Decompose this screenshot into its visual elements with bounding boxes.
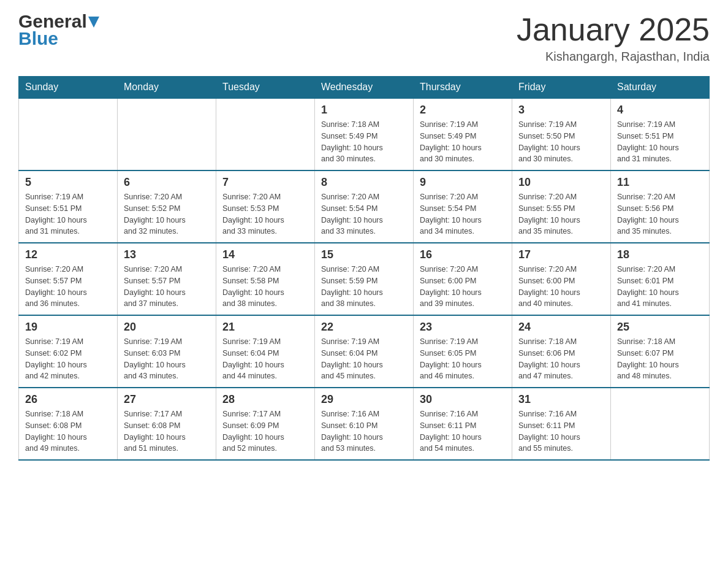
day-info: Sunrise: 7:18 AM Sunset: 6:06 PM Dayligh… <box>518 336 604 382</box>
day-number: 1 <box>321 104 407 117</box>
day-info: Sunrise: 7:19 AM Sunset: 5:50 PM Dayligh… <box>518 119 604 165</box>
day-number: 4 <box>617 104 703 117</box>
calendar-day-header: Monday <box>118 77 216 99</box>
calendar-cell: 15Sunrise: 7:20 AM Sunset: 5:59 PM Dayli… <box>315 243 414 315</box>
location-text: Kishangargh, Rajasthan, India <box>517 50 710 64</box>
day-number: 2 <box>420 104 506 117</box>
calendar-cell: 22Sunrise: 7:19 AM Sunset: 6:04 PM Dayli… <box>315 315 414 388</box>
day-info: Sunrise: 7:20 AM Sunset: 5:59 PM Dayligh… <box>321 264 407 310</box>
day-number: 15 <box>321 248 407 261</box>
calendar-week-row: 1Sunrise: 7:18 AM Sunset: 5:49 PM Daylig… <box>19 98 710 170</box>
day-number: 6 <box>124 176 210 189</box>
day-number: 29 <box>321 393 407 406</box>
calendar-day-header: Wednesday <box>315 77 414 99</box>
day-number: 3 <box>518 104 604 117</box>
day-info: Sunrise: 7:20 AM Sunset: 5:54 PM Dayligh… <box>420 191 506 237</box>
day-info: Sunrise: 7:16 AM Sunset: 6:10 PM Dayligh… <box>321 408 407 454</box>
calendar-day-header: Thursday <box>414 77 512 99</box>
day-info: Sunrise: 7:20 AM Sunset: 5:56 PM Dayligh… <box>617 191 703 237</box>
day-info: Sunrise: 7:18 AM Sunset: 6:07 PM Dayligh… <box>617 336 703 382</box>
logo-blue-text: Blue <box>18 28 58 49</box>
calendar-cell: 24Sunrise: 7:18 AM Sunset: 6:06 PM Dayli… <box>512 315 611 388</box>
calendar-day-header: Saturday <box>611 77 710 99</box>
calendar-week-row: 19Sunrise: 7:19 AM Sunset: 6:02 PM Dayli… <box>19 315 710 388</box>
calendar-cell: 10Sunrise: 7:20 AM Sunset: 5:55 PM Dayli… <box>512 170 611 243</box>
day-info: Sunrise: 7:17 AM Sunset: 6:09 PM Dayligh… <box>222 408 308 454</box>
day-number: 23 <box>420 321 506 334</box>
calendar-cell: 5Sunrise: 7:19 AM Sunset: 5:51 PM Daylig… <box>19 170 118 243</box>
logo: General Blue <box>18 12 99 49</box>
calendar-cell: 30Sunrise: 7:16 AM Sunset: 6:11 PM Dayli… <box>414 388 512 460</box>
calendar-day-header: Tuesday <box>216 77 315 99</box>
day-number: 24 <box>518 321 604 334</box>
month-title: January 2025 <box>517 12 710 47</box>
calendar-cell: 2Sunrise: 7:19 AM Sunset: 5:49 PM Daylig… <box>414 98 512 170</box>
calendar-cell: 16Sunrise: 7:20 AM Sunset: 6:00 PM Dayli… <box>414 243 512 315</box>
day-number: 26 <box>25 393 111 406</box>
day-number: 11 <box>617 176 703 189</box>
day-number: 28 <box>222 393 308 406</box>
day-info: Sunrise: 7:18 AM Sunset: 6:08 PM Dayligh… <box>25 408 111 454</box>
day-number: 20 <box>124 321 210 334</box>
day-info: Sunrise: 7:19 AM Sunset: 6:04 PM Dayligh… <box>222 336 308 382</box>
calendar-cell: 8Sunrise: 7:20 AM Sunset: 5:54 PM Daylig… <box>315 170 414 243</box>
calendar-cell: 9Sunrise: 7:20 AM Sunset: 5:54 PM Daylig… <box>414 170 512 243</box>
day-number: 12 <box>25 248 111 261</box>
day-number: 5 <box>25 176 111 189</box>
day-info: Sunrise: 7:20 AM Sunset: 6:00 PM Dayligh… <box>518 264 604 310</box>
day-info: Sunrise: 7:19 AM Sunset: 5:51 PM Dayligh… <box>617 119 703 165</box>
day-info: Sunrise: 7:20 AM Sunset: 5:57 PM Dayligh… <box>124 264 210 310</box>
day-info: Sunrise: 7:19 AM Sunset: 6:02 PM Dayligh… <box>25 336 111 382</box>
calendar-cell: 11Sunrise: 7:20 AM Sunset: 5:56 PM Dayli… <box>611 170 710 243</box>
calendar-cell: 7Sunrise: 7:20 AM Sunset: 5:53 PM Daylig… <box>216 170 315 243</box>
calendar-cell: 29Sunrise: 7:16 AM Sunset: 6:10 PM Dayli… <box>315 388 414 460</box>
day-number: 18 <box>617 248 703 261</box>
calendar-cell <box>611 388 710 460</box>
day-number: 25 <box>617 321 703 334</box>
calendar-week-row: 5Sunrise: 7:19 AM Sunset: 5:51 PM Daylig… <box>19 170 710 243</box>
calendar-cell <box>19 98 118 170</box>
day-info: Sunrise: 7:19 AM Sunset: 6:04 PM Dayligh… <box>321 336 407 382</box>
calendar-cell: 6Sunrise: 7:20 AM Sunset: 5:52 PM Daylig… <box>118 170 216 243</box>
day-info: Sunrise: 7:20 AM Sunset: 6:01 PM Dayligh… <box>617 264 703 310</box>
calendar-cell: 21Sunrise: 7:19 AM Sunset: 6:04 PM Dayli… <box>216 315 315 388</box>
day-info: Sunrise: 7:19 AM Sunset: 5:49 PM Dayligh… <box>420 119 506 165</box>
calendar-cell: 1Sunrise: 7:18 AM Sunset: 5:49 PM Daylig… <box>315 98 414 170</box>
day-number: 31 <box>518 393 604 406</box>
day-info: Sunrise: 7:20 AM Sunset: 5:57 PM Dayligh… <box>25 264 111 310</box>
day-info: Sunrise: 7:19 AM Sunset: 6:03 PM Dayligh… <box>124 336 210 382</box>
day-number: 27 <box>124 393 210 406</box>
calendar-cell: 28Sunrise: 7:17 AM Sunset: 6:09 PM Dayli… <box>216 388 315 460</box>
calendar-cell: 26Sunrise: 7:18 AM Sunset: 6:08 PM Dayli… <box>19 388 118 460</box>
calendar-cell: 12Sunrise: 7:20 AM Sunset: 5:57 PM Dayli… <box>19 243 118 315</box>
day-info: Sunrise: 7:20 AM Sunset: 5:52 PM Dayligh… <box>124 191 210 237</box>
day-number: 14 <box>222 248 308 261</box>
day-info: Sunrise: 7:18 AM Sunset: 5:49 PM Dayligh… <box>321 119 407 165</box>
svg-marker-0 <box>88 17 99 28</box>
day-number: 17 <box>518 248 604 261</box>
calendar-day-header: Sunday <box>19 77 118 99</box>
calendar-cell: 3Sunrise: 7:19 AM Sunset: 5:50 PM Daylig… <box>512 98 611 170</box>
day-number: 21 <box>222 321 308 334</box>
calendar-cell: 19Sunrise: 7:19 AM Sunset: 6:02 PM Dayli… <box>19 315 118 388</box>
calendar-cell: 18Sunrise: 7:20 AM Sunset: 6:01 PM Dayli… <box>611 243 710 315</box>
day-number: 10 <box>518 176 604 189</box>
day-info: Sunrise: 7:20 AM Sunset: 5:54 PM Dayligh… <box>321 191 407 237</box>
page-header: General Blue January 2025 Kishangargh, R… <box>18 12 710 64</box>
calendar-cell: 23Sunrise: 7:19 AM Sunset: 6:05 PM Dayli… <box>414 315 512 388</box>
day-info: Sunrise: 7:20 AM Sunset: 5:55 PM Dayligh… <box>518 191 604 237</box>
calendar-cell <box>216 98 315 170</box>
day-number: 9 <box>420 176 506 189</box>
calendar-cell: 25Sunrise: 7:18 AM Sunset: 6:07 PM Dayli… <box>611 315 710 388</box>
day-info: Sunrise: 7:20 AM Sunset: 5:58 PM Dayligh… <box>222 264 308 310</box>
calendar-cell: 17Sunrise: 7:20 AM Sunset: 6:00 PM Dayli… <box>512 243 611 315</box>
calendar-cell: 27Sunrise: 7:17 AM Sunset: 6:08 PM Dayli… <box>118 388 216 460</box>
day-number: 22 <box>321 321 407 334</box>
calendar-day-header: Friday <box>512 77 611 99</box>
day-info: Sunrise: 7:19 AM Sunset: 5:51 PM Dayligh… <box>25 191 111 237</box>
day-number: 16 <box>420 248 506 261</box>
day-info: Sunrise: 7:16 AM Sunset: 6:11 PM Dayligh… <box>518 408 604 454</box>
day-number: 19 <box>25 321 111 334</box>
calendar-cell: 31Sunrise: 7:16 AM Sunset: 6:11 PM Dayli… <box>512 388 611 460</box>
day-info: Sunrise: 7:20 AM Sunset: 6:00 PM Dayligh… <box>420 264 506 310</box>
